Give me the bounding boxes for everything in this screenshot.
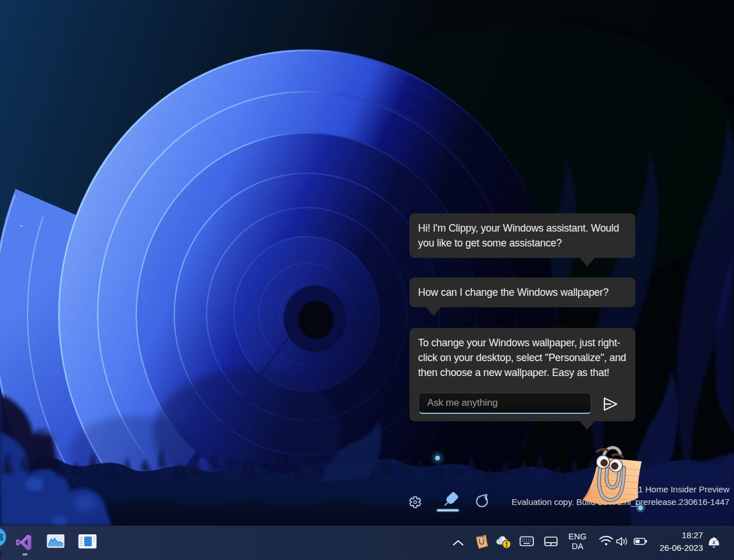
svg-text:B: B bbox=[0, 532, 3, 543]
svg-text:z: z bbox=[716, 537, 719, 541]
svg-text:z: z bbox=[713, 539, 716, 545]
